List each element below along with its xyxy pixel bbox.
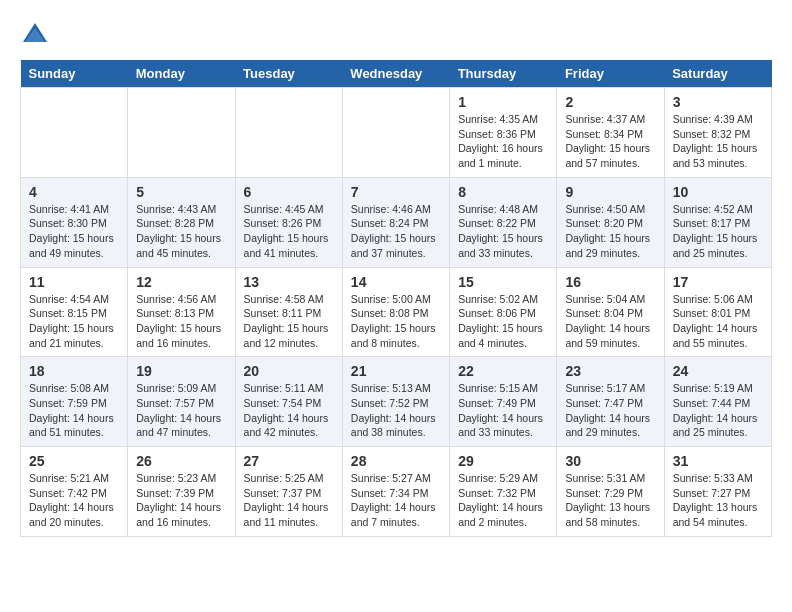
day-number: 30	[565, 453, 655, 469]
day-info: Sunrise: 5:27 AM Sunset: 7:34 PM Dayligh…	[351, 471, 441, 530]
calendar-cell	[21, 88, 128, 178]
weekday-header-saturday: Saturday	[664, 60, 771, 88]
day-number: 9	[565, 184, 655, 200]
day-info: Sunrise: 5:04 AM Sunset: 8:04 PM Dayligh…	[565, 292, 655, 351]
day-number: 16	[565, 274, 655, 290]
day-number: 31	[673, 453, 763, 469]
calendar-cell: 5Sunrise: 4:43 AM Sunset: 8:28 PM Daylig…	[128, 177, 235, 267]
day-info: Sunrise: 4:35 AM Sunset: 8:36 PM Dayligh…	[458, 112, 548, 171]
day-info: Sunrise: 5:09 AM Sunset: 7:57 PM Dayligh…	[136, 381, 226, 440]
day-number: 7	[351, 184, 441, 200]
weekday-header-thursday: Thursday	[450, 60, 557, 88]
day-info: Sunrise: 4:52 AM Sunset: 8:17 PM Dayligh…	[673, 202, 763, 261]
day-info: Sunrise: 5:23 AM Sunset: 7:39 PM Dayligh…	[136, 471, 226, 530]
day-number: 4	[29, 184, 119, 200]
weekday-header-wednesday: Wednesday	[342, 60, 449, 88]
day-info: Sunrise: 5:33 AM Sunset: 7:27 PM Dayligh…	[673, 471, 763, 530]
calendar-cell: 18Sunrise: 5:08 AM Sunset: 7:59 PM Dayli…	[21, 357, 128, 447]
day-number: 14	[351, 274, 441, 290]
day-number: 8	[458, 184, 548, 200]
day-number: 3	[673, 94, 763, 110]
calendar-week-5: 25Sunrise: 5:21 AM Sunset: 7:42 PM Dayli…	[21, 447, 772, 537]
day-info: Sunrise: 4:39 AM Sunset: 8:32 PM Dayligh…	[673, 112, 763, 171]
calendar-cell: 24Sunrise: 5:19 AM Sunset: 7:44 PM Dayli…	[664, 357, 771, 447]
day-number: 10	[673, 184, 763, 200]
calendar-cell: 31Sunrise: 5:33 AM Sunset: 7:27 PM Dayli…	[664, 447, 771, 537]
calendar-cell: 22Sunrise: 5:15 AM Sunset: 7:49 PM Dayli…	[450, 357, 557, 447]
calendar-cell: 16Sunrise: 5:04 AM Sunset: 8:04 PM Dayli…	[557, 267, 664, 357]
day-info: Sunrise: 5:21 AM Sunset: 7:42 PM Dayligh…	[29, 471, 119, 530]
day-info: Sunrise: 5:19 AM Sunset: 7:44 PM Dayligh…	[673, 381, 763, 440]
weekday-header-sunday: Sunday	[21, 60, 128, 88]
calendar-cell	[235, 88, 342, 178]
calendar-cell: 11Sunrise: 4:54 AM Sunset: 8:15 PM Dayli…	[21, 267, 128, 357]
day-info: Sunrise: 5:31 AM Sunset: 7:29 PM Dayligh…	[565, 471, 655, 530]
calendar-cell: 15Sunrise: 5:02 AM Sunset: 8:06 PM Dayli…	[450, 267, 557, 357]
calendar-table: SundayMondayTuesdayWednesdayThursdayFrid…	[20, 60, 772, 537]
day-number: 17	[673, 274, 763, 290]
day-info: Sunrise: 5:17 AM Sunset: 7:47 PM Dayligh…	[565, 381, 655, 440]
day-info: Sunrise: 4:50 AM Sunset: 8:20 PM Dayligh…	[565, 202, 655, 261]
logo-icon	[20, 20, 50, 50]
calendar-cell: 12Sunrise: 4:56 AM Sunset: 8:13 PM Dayli…	[128, 267, 235, 357]
calendar-cell: 1Sunrise: 4:35 AM Sunset: 8:36 PM Daylig…	[450, 88, 557, 178]
page-header	[20, 20, 772, 50]
day-number: 26	[136, 453, 226, 469]
day-info: Sunrise: 5:06 AM Sunset: 8:01 PM Dayligh…	[673, 292, 763, 351]
calendar-cell: 17Sunrise: 5:06 AM Sunset: 8:01 PM Dayli…	[664, 267, 771, 357]
day-info: Sunrise: 4:41 AM Sunset: 8:30 PM Dayligh…	[29, 202, 119, 261]
calendar-cell	[128, 88, 235, 178]
calendar-cell: 2Sunrise: 4:37 AM Sunset: 8:34 PM Daylig…	[557, 88, 664, 178]
day-info: Sunrise: 5:13 AM Sunset: 7:52 PM Dayligh…	[351, 381, 441, 440]
day-number: 21	[351, 363, 441, 379]
calendar-cell: 27Sunrise: 5:25 AM Sunset: 7:37 PM Dayli…	[235, 447, 342, 537]
day-number: 22	[458, 363, 548, 379]
day-info: Sunrise: 4:56 AM Sunset: 8:13 PM Dayligh…	[136, 292, 226, 351]
day-info: Sunrise: 4:37 AM Sunset: 8:34 PM Dayligh…	[565, 112, 655, 171]
day-info: Sunrise: 5:15 AM Sunset: 7:49 PM Dayligh…	[458, 381, 548, 440]
day-number: 23	[565, 363, 655, 379]
day-info: Sunrise: 5:02 AM Sunset: 8:06 PM Dayligh…	[458, 292, 548, 351]
day-number: 2	[565, 94, 655, 110]
weekday-header-friday: Friday	[557, 60, 664, 88]
day-number: 15	[458, 274, 548, 290]
day-info: Sunrise: 5:29 AM Sunset: 7:32 PM Dayligh…	[458, 471, 548, 530]
calendar-week-3: 11Sunrise: 4:54 AM Sunset: 8:15 PM Dayli…	[21, 267, 772, 357]
day-info: Sunrise: 4:54 AM Sunset: 8:15 PM Dayligh…	[29, 292, 119, 351]
calendar-cell: 21Sunrise: 5:13 AM Sunset: 7:52 PM Dayli…	[342, 357, 449, 447]
day-number: 28	[351, 453, 441, 469]
calendar-cell: 23Sunrise: 5:17 AM Sunset: 7:47 PM Dayli…	[557, 357, 664, 447]
day-info: Sunrise: 5:00 AM Sunset: 8:08 PM Dayligh…	[351, 292, 441, 351]
day-info: Sunrise: 4:58 AM Sunset: 8:11 PM Dayligh…	[244, 292, 334, 351]
logo	[20, 20, 54, 50]
day-number: 5	[136, 184, 226, 200]
day-number: 20	[244, 363, 334, 379]
calendar-cell: 4Sunrise: 4:41 AM Sunset: 8:30 PM Daylig…	[21, 177, 128, 267]
calendar-cell: 25Sunrise: 5:21 AM Sunset: 7:42 PM Dayli…	[21, 447, 128, 537]
day-info: Sunrise: 4:48 AM Sunset: 8:22 PM Dayligh…	[458, 202, 548, 261]
calendar-cell: 28Sunrise: 5:27 AM Sunset: 7:34 PM Dayli…	[342, 447, 449, 537]
calendar-cell: 9Sunrise: 4:50 AM Sunset: 8:20 PM Daylig…	[557, 177, 664, 267]
calendar-cell: 30Sunrise: 5:31 AM Sunset: 7:29 PM Dayli…	[557, 447, 664, 537]
weekday-header-row: SundayMondayTuesdayWednesdayThursdayFrid…	[21, 60, 772, 88]
day-number: 13	[244, 274, 334, 290]
day-number: 11	[29, 274, 119, 290]
calendar-cell: 6Sunrise: 4:45 AM Sunset: 8:26 PM Daylig…	[235, 177, 342, 267]
day-info: Sunrise: 5:08 AM Sunset: 7:59 PM Dayligh…	[29, 381, 119, 440]
day-info: Sunrise: 4:45 AM Sunset: 8:26 PM Dayligh…	[244, 202, 334, 261]
calendar-cell: 10Sunrise: 4:52 AM Sunset: 8:17 PM Dayli…	[664, 177, 771, 267]
calendar-cell: 20Sunrise: 5:11 AM Sunset: 7:54 PM Dayli…	[235, 357, 342, 447]
calendar-week-2: 4Sunrise: 4:41 AM Sunset: 8:30 PM Daylig…	[21, 177, 772, 267]
day-info: Sunrise: 4:46 AM Sunset: 8:24 PM Dayligh…	[351, 202, 441, 261]
day-number: 12	[136, 274, 226, 290]
calendar-week-4: 18Sunrise: 5:08 AM Sunset: 7:59 PM Dayli…	[21, 357, 772, 447]
calendar-cell	[342, 88, 449, 178]
calendar-cell: 8Sunrise: 4:48 AM Sunset: 8:22 PM Daylig…	[450, 177, 557, 267]
day-number: 25	[29, 453, 119, 469]
day-number: 29	[458, 453, 548, 469]
day-info: Sunrise: 5:11 AM Sunset: 7:54 PM Dayligh…	[244, 381, 334, 440]
calendar-cell: 13Sunrise: 4:58 AM Sunset: 8:11 PM Dayli…	[235, 267, 342, 357]
day-info: Sunrise: 4:43 AM Sunset: 8:28 PM Dayligh…	[136, 202, 226, 261]
calendar-cell: 26Sunrise: 5:23 AM Sunset: 7:39 PM Dayli…	[128, 447, 235, 537]
day-number: 19	[136, 363, 226, 379]
